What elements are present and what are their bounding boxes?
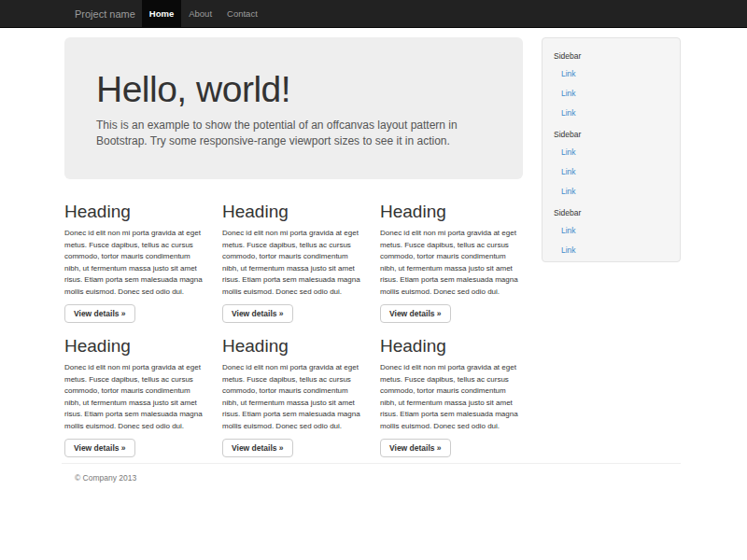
card-heading: Heading [380,336,521,356]
main-content: Hello, world! This is an example to show… [64,28,526,457]
view-details-button[interactable]: View details » [380,304,451,323]
top-navbar: Project name Home About Contact [0,0,747,28]
sidebar-link[interactable]: Link [543,142,680,161]
card-heading: Heading [222,202,363,221]
nav-item-contact[interactable]: Contact [219,0,265,28]
jumbotron: Hello, world! This is an example to show… [64,37,523,179]
content-card: Heading Donec id elit non mi porta gravi… [380,179,521,323]
sidebar-group-title: Sidebar [543,44,680,63]
card-body-text: Donec id elit non mi porta gravida at eg… [380,228,521,298]
navbar-menu: Home About Contact [142,0,265,28]
card-heading: Heading [64,202,205,221]
sidebar: Sidebar Link Link Link Sidebar Link Link… [542,37,681,262]
content-card: Heading Donec id elit non mi porta gravi… [222,323,363,457]
card-body-text: Donec id elit non mi porta gravida at eg… [222,362,363,432]
content-card: Heading Donec id elit non mi porta gravi… [380,323,521,457]
nav-item-home[interactable]: Home [142,0,181,28]
view-details-button[interactable]: View details » [222,439,293,457]
view-details-button[interactable]: View details » [380,439,451,457]
content-card: Heading Donec id elit non mi porta gravi… [222,179,363,323]
sidebar-link[interactable]: Link [543,181,680,201]
page-title: Hello, world! [96,69,491,110]
sidebar-link[interactable]: Link [543,103,680,122]
footer-divider [62,463,681,464]
view-details-button[interactable]: View details » [64,439,135,457]
card-body-text: Donec id elit non mi porta gravida at eg… [64,362,205,432]
sidebar-link[interactable]: Link [543,240,680,259]
nav-item-about[interactable]: About [181,0,219,28]
sidebar-link[interactable]: Link [543,83,680,103]
main-row: Hello, world! This is an example to show… [62,28,681,457]
jumbotron-description: This is an example to show the potential… [96,118,488,149]
card-heading: Heading [64,336,205,356]
card-body-text: Donec id elit non mi porta gravida at eg… [222,228,363,298]
view-details-button[interactable]: View details » [64,304,135,323]
sidebar-link[interactable]: Link [543,220,680,240]
sidebar-link[interactable]: Link [543,63,680,83]
cards-row-1: Heading Donec id elit non mi porta gravi… [64,179,526,323]
content-card: Heading Donec id elit non mi porta gravi… [64,179,205,323]
sidebar-group-title: Sidebar [543,122,680,142]
view-details-button[interactable]: View details » [222,304,293,323]
copyright-text: © Company 2013 [75,473,681,483]
card-heading: Heading [380,202,521,221]
navbar-container: Project name Home About Contact [62,0,747,28]
card-heading: Heading [222,336,363,356]
card-body-text: Donec id elit non mi porta gravida at eg… [380,362,521,432]
brand-link[interactable]: Project name [62,0,142,28]
sidebar-group-title: Sidebar [543,201,680,220]
sidebar-link[interactable]: Link [543,161,680,181]
content-card: Heading Donec id elit non mi porta gravi… [64,323,205,457]
page-footer: © Company 2013 [62,473,681,483]
cards-row-2: Heading Donec id elit non mi porta gravi… [64,323,526,457]
page-container: Hello, world! This is an example to show… [62,28,681,483]
card-body-text: Donec id elit non mi porta gravida at eg… [64,228,205,298]
